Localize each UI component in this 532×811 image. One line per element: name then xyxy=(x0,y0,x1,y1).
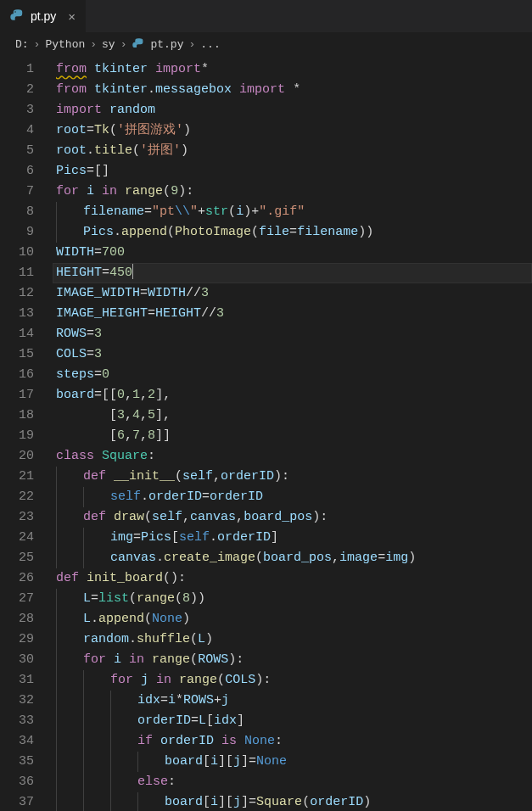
python-icon xyxy=(10,9,24,23)
code-line[interactable]: from tkinter import* xyxy=(53,59,532,80)
line-number: 15 xyxy=(0,344,53,365)
chevron-right-icon: › xyxy=(120,38,127,51)
tab-bar: pt.py × xyxy=(0,0,532,32)
line-number: 30 xyxy=(0,650,53,670)
line-number: 29 xyxy=(0,629,53,650)
line-number: 28 xyxy=(0,609,53,629)
line-number: 37 xyxy=(0,792,53,811)
code-line[interactable]: for i in range(ROWS): xyxy=(53,650,532,670)
line-number: 3 xyxy=(0,100,53,120)
line-number: 1 xyxy=(0,59,53,80)
line-number: 6 xyxy=(0,161,53,182)
code-line[interactable]: Pics=[] xyxy=(53,161,532,182)
line-number-gutter: 1234567891011121314151617181920212223242… xyxy=(0,56,53,811)
tab-active[interactable]: pt.py × xyxy=(0,0,86,32)
line-number: 16 xyxy=(0,365,53,385)
code-line[interactable]: random.shuffle(L) xyxy=(53,629,532,650)
code-line[interactable]: ROWS=3 xyxy=(53,324,532,344)
code-line[interactable]: import random xyxy=(53,100,532,120)
line-number: 11 xyxy=(0,263,53,283)
bc-tail[interactable]: ... xyxy=(200,38,220,51)
code-line[interactable]: idx=i*ROWS+j xyxy=(53,691,532,711)
code-line[interactable]: board[i][j]=None xyxy=(53,752,532,772)
line-number: 9 xyxy=(0,222,53,243)
line-number: 4 xyxy=(0,120,53,141)
line-number: 13 xyxy=(0,304,53,324)
code-line[interactable]: img=Pics[self.orderID] xyxy=(53,528,532,548)
line-number: 10 xyxy=(0,243,53,263)
line-number: 26 xyxy=(0,568,53,589)
bc-folder1[interactable]: Python xyxy=(45,38,85,51)
line-number: 25 xyxy=(0,548,53,568)
code-line[interactable]: root.title('拼图') xyxy=(53,141,532,161)
line-number: 34 xyxy=(0,731,53,752)
code-line[interactable]: L=list(range(8)) xyxy=(53,589,532,609)
bc-drive[interactable]: D: xyxy=(15,38,29,51)
code-line[interactable]: COLS=3 xyxy=(53,344,532,365)
tab-filename: pt.py xyxy=(31,9,56,23)
line-number: 20 xyxy=(0,446,53,467)
code-line[interactable]: [6,7,8]] xyxy=(53,426,532,446)
code-line[interactable]: orderID=L[idx] xyxy=(53,711,532,731)
code-line[interactable]: IMAGE_HEIGHT=HEIGHT//3 xyxy=(53,304,532,324)
line-number: 32 xyxy=(0,691,53,711)
code-line[interactable]: IMAGE_WIDTH=WIDTH//3 xyxy=(53,283,532,304)
line-number: 17 xyxy=(0,385,53,406)
code-line[interactable]: HEIGHT=450 xyxy=(53,263,532,283)
line-number: 35 xyxy=(0,752,53,772)
code-line[interactable]: [3,4,5], xyxy=(53,406,532,426)
code-line[interactable]: for i in range(9): xyxy=(53,182,532,202)
line-number: 24 xyxy=(0,528,53,548)
code-line[interactable]: for j in range(COLS): xyxy=(53,670,532,691)
line-number: 8 xyxy=(0,202,53,222)
code-line[interactable]: board=[[0,1,2], xyxy=(53,385,532,406)
line-number: 23 xyxy=(0,507,53,528)
code-line[interactable]: def __init__(self,orderID): xyxy=(53,467,532,487)
code-line[interactable]: class Square: xyxy=(53,446,532,467)
close-icon[interactable]: × xyxy=(68,9,76,24)
line-number: 31 xyxy=(0,670,53,691)
chevron-right-icon: › xyxy=(188,38,195,51)
chevron-right-icon: › xyxy=(34,38,41,51)
editor[interactable]: 1234567891011121314151617181920212223242… xyxy=(0,56,532,811)
line-number: 19 xyxy=(0,426,53,446)
chevron-right-icon: › xyxy=(90,38,97,51)
code-line[interactable]: if orderID is None: xyxy=(53,731,532,752)
code-line[interactable]: def draw(self,canvas,board_pos): xyxy=(53,507,532,528)
line-number: 22 xyxy=(0,487,53,507)
line-number: 7 xyxy=(0,182,53,202)
breadcrumb[interactable]: D: › Python › sy › pt.py › ... xyxy=(0,32,532,56)
code-area[interactable]: from tkinter import*from tkinter.message… xyxy=(53,56,532,811)
line-number: 33 xyxy=(0,711,53,731)
code-line[interactable]: filename="pt\\"+str(i)+".gif" xyxy=(53,202,532,222)
code-line[interactable]: from tkinter.messagebox import * xyxy=(53,80,532,100)
code-line[interactable]: WIDTH=700 xyxy=(53,243,532,263)
line-number: 36 xyxy=(0,772,53,792)
code-line[interactable]: steps=0 xyxy=(53,365,532,385)
line-number: 5 xyxy=(0,141,53,161)
code-line[interactable]: self.orderID=orderID xyxy=(53,487,532,507)
code-line[interactable]: def init_board(): xyxy=(53,568,532,589)
bc-folder2[interactable]: sy xyxy=(102,38,115,51)
code-line[interactable]: canvas.create_image(board_pos,image=img) xyxy=(53,548,532,568)
code-line[interactable]: else: xyxy=(53,772,532,792)
code-line[interactable]: board[i][j]=Square(orderID) xyxy=(53,792,532,811)
line-number: 18 xyxy=(0,406,53,426)
line-number: 27 xyxy=(0,589,53,609)
code-line[interactable]: Pics.append(PhotoImage(file=filename)) xyxy=(53,222,532,243)
bc-file[interactable]: pt.py xyxy=(150,38,183,51)
line-number: 12 xyxy=(0,283,53,304)
line-number: 2 xyxy=(0,80,53,100)
line-number: 14 xyxy=(0,324,53,344)
python-icon xyxy=(132,37,145,51)
vertical-scrollbar[interactable] xyxy=(524,56,532,811)
code-line[interactable]: L.append(None) xyxy=(53,609,532,629)
code-line[interactable]: root=Tk('拼图游戏') xyxy=(53,120,532,141)
svg-point-0 xyxy=(14,11,16,13)
line-number: 21 xyxy=(0,467,53,487)
